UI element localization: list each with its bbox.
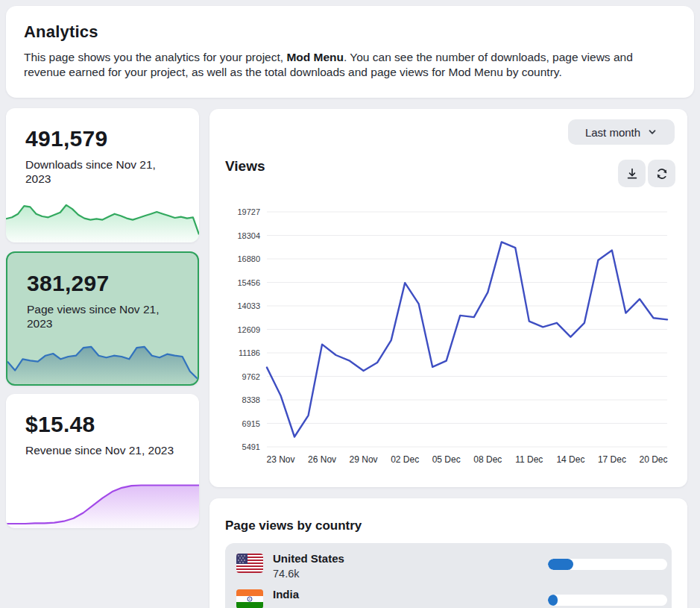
country-progress-track [548, 559, 667, 570]
stat-card-page-views[interactable]: 381,297 Page views since Nov 21, 2023 [6, 251, 199, 386]
page-title: Analytics [24, 22, 676, 42]
svg-text:19727: 19727 [237, 207, 260, 216]
downloads-value: 491,579 [25, 126, 108, 151]
download-icon [625, 166, 640, 181]
svg-text:02 Dec: 02 Dec [391, 454, 419, 465]
views-chart-panel: Last month Views 54916915833897621118612… [209, 109, 687, 487]
svg-text:26 Nov: 26 Nov [308, 454, 336, 465]
svg-text:14 Dec: 14 Dec [556, 454, 584, 465]
svg-text:08 Dec: 08 Dec [473, 454, 502, 465]
svg-text:29 Nov: 29 Nov [350, 454, 378, 465]
country-progress-fill [548, 559, 573, 570]
svg-text:12609: 12609 [237, 325, 260, 334]
download-chart-button[interactable] [618, 160, 646, 187]
date-range-dropdown[interactable]: Last month [568, 119, 675, 145]
page-views-by-country-panel: Page views by country [209, 498, 687, 608]
revenue-label: Revenue since Nov 21, 2023 [25, 443, 183, 457]
views-line-chart: 5491691583389762111861260914033154561688… [209, 197, 687, 480]
page-views-sparkline-chart [7, 330, 198, 384]
svg-text:15456: 15456 [237, 278, 260, 287]
svg-text:5491: 5491 [242, 442, 260, 451]
country-row-united-states: United States 74.6k [225, 552, 672, 588]
stat-card-revenue[interactable]: $15.48 Revenue since Nov 21, 2023 [6, 394, 199, 528]
india-flag-icon [236, 589, 263, 608]
country-progress-fill [548, 595, 558, 606]
revenue-sparkline-chart [6, 474, 199, 528]
chevron-down-icon [647, 127, 658, 137]
svg-text:17 Dec: 17 Dec [598, 454, 626, 465]
chart-title: Views [225, 158, 265, 175]
revenue-value: $15.48 [25, 412, 95, 437]
svg-text:6915: 6915 [242, 419, 260, 428]
downloads-label: Downloads since Nov 21, 2023 [25, 157, 183, 186]
us-flag-icon [236, 554, 263, 573]
svg-text:9762: 9762 [242, 372, 260, 381]
stat-card-downloads[interactable]: 491,579 Downloads since Nov 21, 2023 [6, 108, 199, 242]
country-page-views: 74.6k [273, 568, 299, 580]
page-header: Analytics This page shows you the analyt… [6, 6, 694, 98]
svg-text:14033: 14033 [237, 301, 260, 310]
project-name: Mod Menu [286, 51, 344, 63]
country-row-india: India [225, 588, 672, 608]
country-name: United States [273, 552, 344, 565]
svg-text:16880: 16880 [237, 254, 260, 263]
refresh-icon [655, 166, 669, 181]
page-views-value: 381,297 [27, 271, 110, 296]
svg-text:11186: 11186 [239, 348, 260, 357]
svg-text:18304: 18304 [237, 231, 260, 240]
refresh-chart-button[interactable] [648, 160, 675, 187]
svg-text:8338: 8338 [242, 395, 260, 404]
svg-text:20 Dec: 20 Dec [639, 454, 667, 465]
svg-text:05 Dec: 05 Dec [432, 454, 461, 465]
country-name: India [273, 588, 299, 601]
svg-text:11 Dec: 11 Dec [515, 454, 543, 465]
page-description: This page shows you the analytics for yo… [24, 50, 676, 79]
country-progress-track [548, 595, 667, 606]
country-list: United States 74.6k India [225, 543, 672, 608]
downloads-sparkline-chart [6, 189, 199, 242]
date-range-label: Last month [585, 126, 640, 139]
description-prefix: This page shows you the analytics for yo… [24, 51, 286, 63]
page-views-label: Page views since Nov 21, 2023 [27, 302, 185, 330]
country-panel-title: Page views by country [225, 518, 362, 533]
svg-text:23 Nov: 23 Nov [266, 454, 294, 465]
